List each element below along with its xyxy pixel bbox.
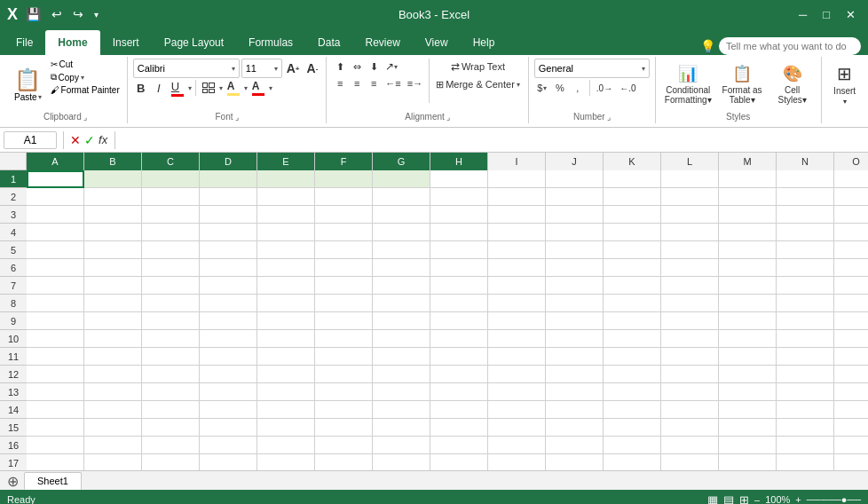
cell-B17[interactable] xyxy=(84,454,142,470)
cell-reference-box[interactable]: A1 xyxy=(4,131,57,149)
bottom-align-button[interactable]: ⬇ xyxy=(366,59,382,75)
cell-C14[interactable] xyxy=(142,401,200,419)
col-header-f[interactable]: F xyxy=(315,153,373,170)
col-header-j[interactable]: J xyxy=(546,153,604,170)
cell-B16[interactable] xyxy=(84,437,142,454)
cell-D16[interactable] xyxy=(200,437,257,454)
cell-J2[interactable] xyxy=(546,188,604,206)
cell-B10[interactable] xyxy=(84,330,142,348)
col-header-b[interactable]: B xyxy=(84,153,142,170)
cell-C2[interactable] xyxy=(142,188,200,206)
quick-access-save[interactable]: 💾 xyxy=(23,5,43,23)
cell-K12[interactable] xyxy=(604,366,661,383)
cell-E2[interactable] xyxy=(257,188,315,206)
cell-C9[interactable] xyxy=(142,312,200,330)
format-as-table-button[interactable]: 📋 Format asTable▾ xyxy=(719,59,766,110)
cell-D15[interactable] xyxy=(200,419,257,437)
col-header-o[interactable]: O xyxy=(834,153,868,170)
cell-O14[interactable] xyxy=(834,401,868,419)
cell-D11[interactable] xyxy=(200,348,257,366)
cell-D12[interactable] xyxy=(200,366,257,383)
cell-O15[interactable] xyxy=(834,419,868,437)
font-name-dropdown[interactable]: Calibri ▾ xyxy=(133,59,240,78)
cell-N5[interactable] xyxy=(777,241,834,259)
cell-I9[interactable] xyxy=(488,312,546,330)
cell-B15[interactable] xyxy=(84,419,142,437)
cell-G2[interactable] xyxy=(373,188,430,206)
col-header-d[interactable]: D xyxy=(200,153,257,170)
cell-L5[interactable] xyxy=(661,241,719,259)
cell-D3[interactable] xyxy=(200,206,257,224)
cell-F4[interactable] xyxy=(315,224,373,241)
cell-N1[interactable] xyxy=(777,170,834,188)
cell-K1[interactable] xyxy=(604,170,661,188)
font-expand[interactable]: ⌟ xyxy=(235,113,239,122)
font-color-button[interactable]: A xyxy=(249,80,267,96)
cell-A10[interactable] xyxy=(27,330,84,348)
orientation-button[interactable]: ↗▾ xyxy=(383,59,400,75)
cell-A12[interactable] xyxy=(27,366,84,383)
cell-F3[interactable] xyxy=(315,206,373,224)
cell-I17[interactable] xyxy=(488,454,546,470)
cell-O10[interactable] xyxy=(834,330,868,348)
cell-G15[interactable] xyxy=(373,419,430,437)
cell-A9[interactable] xyxy=(27,312,84,330)
cell-F6[interactable] xyxy=(315,259,373,277)
cell-K4[interactable] xyxy=(604,224,661,241)
cell-I6[interactable] xyxy=(488,259,546,277)
cell-H3[interactable] xyxy=(430,206,488,224)
cell-N6[interactable] xyxy=(777,259,834,277)
cell-I15[interactable] xyxy=(488,419,546,437)
cell-K7[interactable] xyxy=(604,277,661,295)
cell-J9[interactable] xyxy=(546,312,604,330)
cell-G13[interactable] xyxy=(373,383,430,401)
cell-M7[interactable] xyxy=(719,277,777,295)
cell-M16[interactable] xyxy=(719,437,777,454)
cell-D9[interactable] xyxy=(200,312,257,330)
currency-button[interactable]: $ ▾ xyxy=(534,80,550,96)
cell-A3[interactable] xyxy=(27,206,84,224)
cell-N13[interactable] xyxy=(777,383,834,401)
row-num-10[interactable]: 10 xyxy=(0,330,27,348)
format-painter-button[interactable]: 🖌 Format Painter xyxy=(49,84,122,96)
cell-M3[interactable] xyxy=(719,206,777,224)
font-size-dropdown[interactable]: 11 ▾ xyxy=(241,59,282,78)
cell-H2[interactable] xyxy=(430,188,488,206)
cell-N2[interactable] xyxy=(777,188,834,206)
cell-C10[interactable] xyxy=(142,330,200,348)
cell-J6[interactable] xyxy=(546,259,604,277)
col-header-e[interactable]: E xyxy=(257,153,315,170)
cell-M5[interactable] xyxy=(719,241,777,259)
cell-H15[interactable] xyxy=(430,419,488,437)
cell-N10[interactable] xyxy=(777,330,834,348)
cell-N12[interactable] xyxy=(777,366,834,383)
cell-M2[interactable] xyxy=(719,188,777,206)
cell-K2[interactable] xyxy=(604,188,661,206)
cell-J3[interactable] xyxy=(546,206,604,224)
cell-L2[interactable] xyxy=(661,188,719,206)
cell-H9[interactable] xyxy=(430,312,488,330)
cell-D2[interactable] xyxy=(200,188,257,206)
cell-C13[interactable] xyxy=(142,383,200,401)
number-expand[interactable]: ⌟ xyxy=(607,113,611,122)
cell-M12[interactable] xyxy=(719,366,777,383)
corner-cell[interactable] xyxy=(0,153,27,169)
cell-J11[interactable] xyxy=(546,348,604,366)
cell-K11[interactable] xyxy=(604,348,661,366)
cell-N8[interactable] xyxy=(777,295,834,312)
cell-O17[interactable] xyxy=(834,454,868,470)
cell-O13[interactable] xyxy=(834,383,868,401)
cell-O1[interactable] xyxy=(834,170,868,188)
cell-C17[interactable] xyxy=(142,454,200,470)
cell-N17[interactable] xyxy=(777,454,834,470)
cell-O5[interactable] xyxy=(834,241,868,259)
insert-function-icon[interactable]: fx xyxy=(99,133,107,146)
cell-H13[interactable] xyxy=(430,383,488,401)
cell-C11[interactable] xyxy=(142,348,200,366)
cell-H10[interactable] xyxy=(430,330,488,348)
cell-C8[interactable] xyxy=(142,295,200,312)
top-align-button[interactable]: ⬆ xyxy=(332,59,348,75)
cell-G8[interactable] xyxy=(373,295,430,312)
cell-F13[interactable] xyxy=(315,383,373,401)
cell-B5[interactable] xyxy=(84,241,142,259)
